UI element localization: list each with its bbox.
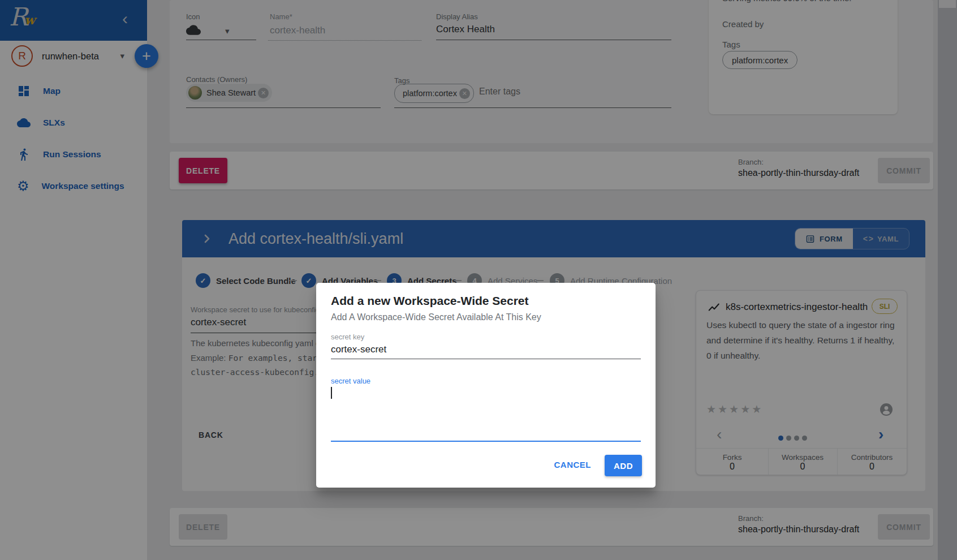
- secret-key-input[interactable]: cortex-secret: [331, 344, 386, 355]
- cancel-button[interactable]: CANCEL: [551, 459, 595, 470]
- text-cursor: [331, 387, 332, 399]
- secret-value-input[interactable]: [331, 387, 641, 441]
- secret-value-label: secret value: [331, 377, 370, 385]
- secret-key-label: secret key: [331, 333, 364, 341]
- dialog-subtitle: Add A Workspace-Wide Secret Available At…: [331, 312, 541, 322]
- secret-key-underline: [331, 359, 641, 359]
- add-secret-dialog: Add a new Workspace-Wide Secret Add A Wo…: [316, 283, 656, 488]
- secret-value-underline: [331, 441, 641, 442]
- dialog-title: Add a new Workspace-Wide Secret: [331, 294, 529, 308]
- app-screen: R w ‹ R runwhen-beta ▾ + Map SLXs Run Se…: [0, 0, 957, 560]
- add-button[interactable]: ADD: [605, 455, 642, 476]
